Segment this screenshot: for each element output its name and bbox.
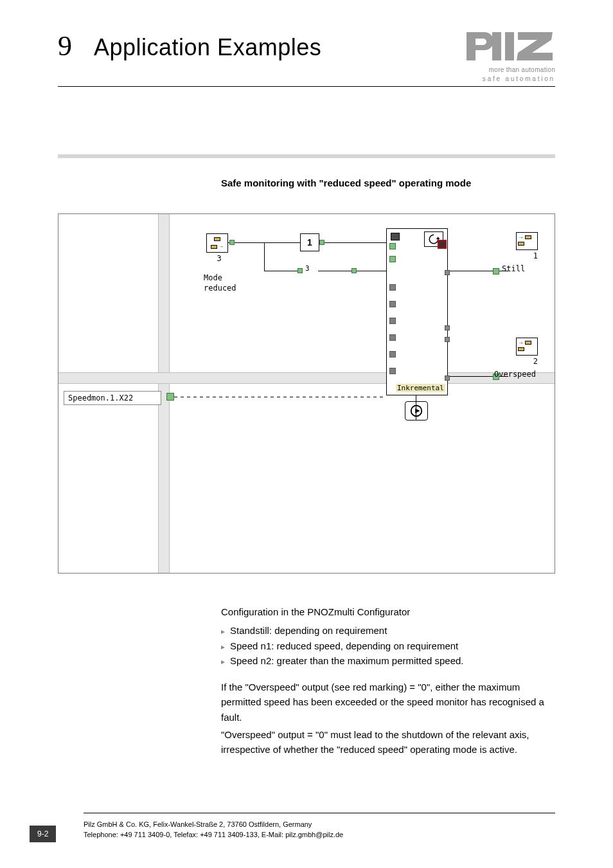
section-heading: Safe monitoring with "reduced speed" ope… <box>221 177 471 188</box>
mode-select-icon: → <box>206 233 228 253</box>
port-icon <box>389 284 396 291</box>
speed-monitor-block: Inkremental <box>386 228 448 395</box>
footer-line2: Telephone: +49 711 3409-0, Telefax: +49 … <box>84 830 613 840</box>
list-item: Speed n1: reduced speed, depending on re… <box>221 638 555 653</box>
dark-marker-icon <box>391 233 400 240</box>
overspeed-red-marking-icon <box>438 240 447 249</box>
speedmon-label: Speedmon.1.X22 <box>68 393 133 402</box>
logo-subtext: more than automation safe automation <box>465 66 555 84</box>
diagram-gutter-vertical-lower <box>158 384 170 573</box>
chapter-title: 9 Application Examples <box>58 30 321 62</box>
mode-label-line2: reduced <box>204 284 236 294</box>
diagram-gutter-vertical <box>158 214 170 372</box>
logo-sub-line2: safe automation <box>465 75 555 84</box>
brand-logo: more than automation safe automation <box>465 30 555 84</box>
encoder-icon <box>405 401 428 420</box>
page-header: 9 Application Examples more than automat… <box>58 30 555 84</box>
port-icon <box>389 368 396 374</box>
wire <box>319 242 386 243</box>
footer-rule <box>84 813 555 813</box>
port-out-icon <box>445 375 450 381</box>
port-out-icon <box>445 337 450 342</box>
port-icon <box>389 318 396 324</box>
footer-text: Pilz GmbH & Co. KG, Felix-Wankel-Straße … <box>84 820 613 840</box>
pin-icon <box>351 268 357 273</box>
port-icon <box>389 301 396 307</box>
pin-icon <box>319 240 324 245</box>
port-icon <box>389 334 396 341</box>
page-number-badge: 9-2 <box>30 826 56 842</box>
list-item: Speed n2: greater than the maximum permi… <box>221 653 555 668</box>
wire-dashed <box>174 397 386 397</box>
port-icon <box>389 351 396 357</box>
port-icon <box>389 256 396 262</box>
output-icon: → <box>516 338 538 356</box>
pin-icon <box>166 393 174 401</box>
output-block-number: 2 <box>497 357 538 366</box>
output-block-number: 1 <box>497 251 538 260</box>
logic-block-label: 1 <box>307 237 312 248</box>
mode-label-line1: Mode <box>204 273 236 284</box>
output-icon: → <box>516 232 538 250</box>
pin-icon <box>229 240 235 245</box>
mode-select-block: → 3 <box>206 233 232 263</box>
body-paragraph-1: If the "Overspeed" output (see red marki… <box>221 680 555 725</box>
logo-sub-line1: more than automation <box>465 66 555 75</box>
chapter-text: Application Examples <box>94 34 321 61</box>
body-paragraph-2: "Overspeed" output = "0" must lead to th… <box>221 727 555 757</box>
speedmon-box: Speedmon.1.X22 <box>64 391 161 405</box>
svg-rect-4 <box>505 32 514 60</box>
output-block-label: Still <box>502 264 525 273</box>
config-bullet-list: Standstill: depending on requirement Spe… <box>221 623 555 668</box>
body-text: Configuration in the PNOZmulti Configura… <box>221 604 555 759</box>
page-footer: 9-2 Pilz GmbH & Co. KG, Felix-Wankel-Str… <box>0 813 613 840</box>
chapter-number: 9 <box>58 30 72 62</box>
header-rule <box>58 86 555 87</box>
mode-block-number: 3 <box>206 254 232 263</box>
port-out-icon <box>445 270 450 275</box>
output-block-still: → 1 Still <box>497 232 538 260</box>
port-icon <box>389 243 396 249</box>
svg-rect-3 <box>492 32 501 39</box>
footer-line1: Pilz GmbH & Co. KG, Felix-Wankel-Straße … <box>84 820 613 829</box>
config-title-line: Configuration in the PNOZmulti Configura… <box>221 604 555 619</box>
pin-icon <box>298 268 303 273</box>
output-block-overspeed: → 2 Overspeed <box>497 338 538 366</box>
output-block-label: Overspeed <box>494 370 536 379</box>
diagram-frame: → 3 Mode reduced 1 3 <box>58 213 555 574</box>
mode-block-label: Mode reduced <box>204 273 236 293</box>
port-out-icon <box>445 325 450 330</box>
diagram-gutter-horizontal <box>58 372 555 384</box>
section-color-bar <box>58 154 555 158</box>
wire <box>264 242 265 271</box>
logic-block: 1 <box>300 233 319 251</box>
inkremental-label: Inkremental <box>396 384 445 392</box>
logic-pin-label: 3 <box>305 264 310 273</box>
pilz-logo-icon <box>465 30 555 63</box>
pin-icon <box>493 268 499 275</box>
list-item: Standstill: depending on requirement <box>221 623 555 638</box>
wire <box>264 271 303 271</box>
